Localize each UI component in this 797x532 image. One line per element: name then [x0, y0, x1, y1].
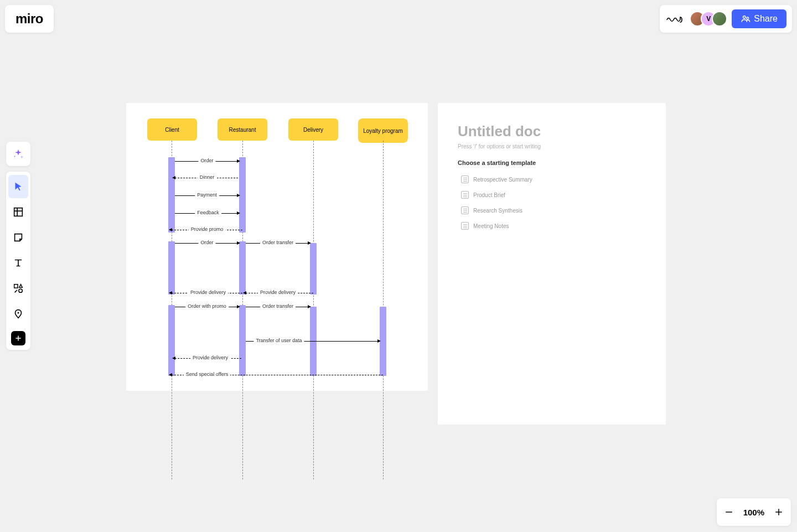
message-label[interactable]: Order	[198, 158, 215, 163]
left-toolbar	[6, 142, 30, 350]
participant-client[interactable]: Client	[147, 118, 197, 141]
message-label[interactable]: Provide delivery	[190, 355, 230, 360]
people-icon	[741, 14, 751, 24]
activation[interactable]	[310, 243, 317, 295]
participant-label: Restaurant	[229, 127, 256, 133]
activation[interactable]	[168, 157, 175, 233]
collaboration-icon[interactable]	[665, 12, 685, 25]
message-label[interactable]: Provide delivery	[258, 290, 298, 295]
template-item[interactable]: Product Brief	[458, 187, 646, 203]
svg-rect-3	[14, 285, 18, 288]
sequence-diagram: Client Restaurant Delivery Loyalty progr…	[126, 103, 428, 391]
share-button[interactable]: Share	[732, 9, 786, 28]
share-label: Share	[754, 14, 778, 24]
shapes-tool[interactable]	[8, 277, 28, 300]
zoom-in-button[interactable]	[772, 505, 785, 519]
message-label[interactable]: Dinner	[198, 174, 217, 180]
app-logo[interactable]: miro	[5, 5, 54, 33]
template-label: Retrospective Summary	[473, 177, 532, 183]
message-label[interactable]: Provide promo	[189, 226, 226, 232]
arrow-head-icon	[237, 241, 240, 245]
participant-loyalty[interactable]: Loyalty program	[358, 118, 408, 143]
add-tool[interactable]	[11, 331, 25, 345]
document-icon	[461, 175, 469, 183]
message-label[interactable]: Order	[198, 240, 215, 245]
shapes-icon	[12, 282, 24, 295]
svg-point-4	[19, 289, 22, 292]
plus-icon	[774, 507, 784, 517]
arrow-head-icon	[169, 291, 172, 295]
arrow-head-icon	[237, 194, 240, 197]
zoom-out-button[interactable]	[722, 505, 736, 519]
message-label[interactable]: Provide delivery	[188, 290, 228, 295]
template-item[interactable]: Research Synthesis	[458, 203, 646, 218]
ai-tool[interactable]	[6, 142, 30, 166]
header-right: V Share	[660, 5, 792, 33]
message-label[interactable]: Feedback	[195, 210, 221, 215]
arrow-head-icon	[377, 339, 381, 343]
select-tool[interactable]	[8, 175, 28, 198]
frame-icon	[12, 206, 24, 218]
toolbar-main	[6, 172, 30, 350]
participant-label: Client	[165, 127, 179, 133]
avatar-initial: V	[706, 15, 711, 23]
text-tool[interactable]	[8, 251, 28, 275]
document-icon	[461, 222, 469, 230]
doc-section-label: Choose a starting template	[458, 159, 646, 166]
participant-label: Delivery	[303, 127, 323, 133]
pen-tool[interactable]	[8, 302, 28, 326]
arrow-head-icon	[308, 305, 311, 308]
arrow-head-icon	[243, 291, 246, 295]
participant-restaurant[interactable]: Restaurant	[218, 118, 267, 141]
template-item[interactable]: Meeting Notes	[458, 218, 646, 234]
plus-icon	[14, 334, 22, 342]
pen-icon	[12, 308, 24, 320]
sparkle-icon	[12, 148, 24, 160]
avatar[interactable]	[712, 11, 727, 27]
arrow-head-icon	[172, 357, 175, 360]
zoom-level[interactable]: 100%	[743, 508, 764, 517]
document-icon	[461, 206, 469, 214]
arrow-head-icon	[172, 176, 175, 179]
message-label[interactable]: Send special offers	[184, 371, 230, 377]
svg-point-5	[18, 312, 19, 314]
arrow-head-icon	[308, 241, 311, 245]
activation[interactable]	[168, 241, 175, 295]
activation[interactable]	[239, 305, 246, 376]
arrow-head-icon	[237, 211, 240, 215]
minus-icon	[724, 507, 734, 517]
template-label: Meeting Notes	[473, 223, 509, 229]
sticky-tool[interactable]	[8, 226, 28, 249]
diagram-frame[interactable]: Client Restaurant Delivery Loyalty progr…	[126, 103, 428, 391]
activation[interactable]	[168, 305, 175, 376]
message-label[interactable]: Order transfer	[260, 240, 296, 245]
arrow-head-icon	[237, 159, 240, 163]
participant-delivery[interactable]: Delivery	[288, 118, 338, 141]
template-label: Research Synthesis	[473, 208, 522, 214]
activation[interactable]	[239, 241, 246, 295]
message-label[interactable]: Order with promo	[185, 303, 229, 309]
app-logo-text: miro	[15, 11, 43, 27]
sticky-icon	[12, 231, 24, 244]
arrow-head-icon	[169, 373, 172, 376]
document-icon	[461, 191, 469, 199]
doc-title[interactable]: Untitled doc	[458, 123, 646, 140]
message-label[interactable]: Order transfer	[260, 303, 296, 309]
message-label[interactable]: Transfer of user data	[253, 338, 304, 343]
doc-frame[interactable]: Untitled doc Press '/' for options or st…	[438, 103, 666, 425]
arrow-head-icon	[169, 228, 172, 231]
arrow-head-icon	[237, 305, 240, 308]
template-label: Product Brief	[473, 192, 505, 198]
template-item[interactable]: Retrospective Summary	[458, 172, 646, 187]
avatar-stack[interactable]: V	[690, 11, 727, 27]
message-label[interactable]: Payment	[195, 192, 219, 198]
doc-hint: Press '/' for options or start writing	[458, 143, 646, 149]
cursor-icon	[12, 180, 24, 193]
participant-label: Loyalty program	[363, 128, 403, 134]
frame-tool[interactable]	[8, 200, 28, 224]
text-icon	[12, 257, 24, 269]
zoom-control: 100%	[717, 498, 791, 526]
svg-rect-0	[14, 208, 23, 216]
